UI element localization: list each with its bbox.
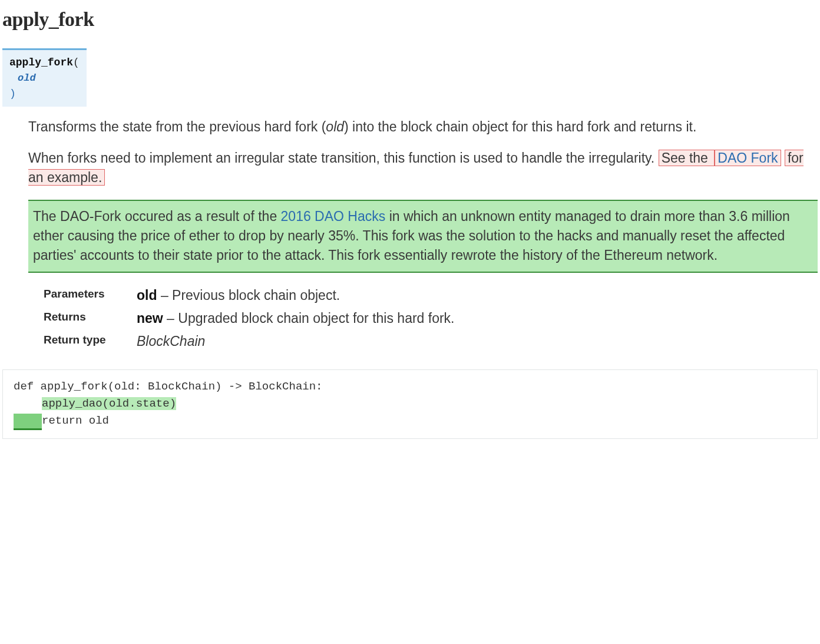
added-gutter-mark <box>14 414 42 430</box>
removed-link-dao-fork: DAO Fork <box>715 150 781 166</box>
param-name-old: old <box>137 288 157 303</box>
description-paragraph-2: When forks need to implement an irregula… <box>28 148 818 188</box>
added-paragraph: The DAO-Fork occured as a result of the … <box>28 200 818 273</box>
field-value-return-type: BlockChain <box>137 332 205 351</box>
field-row-return-type: Return type BlockChain <box>44 332 818 351</box>
dao-fork-link[interactable]: DAO Fork <box>718 150 778 166</box>
dao-hacks-link[interactable]: 2016 DAO Hacks <box>281 209 386 224</box>
page-title: apply_fork <box>2 8 818 31</box>
field-list: Parameters old – Previous block chain ob… <box>44 286 818 352</box>
code-line-2: apply_dao(old.state) <box>14 395 806 412</box>
para1-part-b: ) into the block chain object for this h… <box>344 119 696 134</box>
added-code-line: apply_dao(old.state) <box>42 397 176 410</box>
source-code-block: def apply_fork(old: BlockChain) -> Block… <box>2 369 818 439</box>
field-label-return-type: Return type <box>44 332 137 348</box>
field-value-returns: new – Upgraded block chain object for th… <box>137 309 455 328</box>
return-name-new: new <box>137 311 163 326</box>
param-desc-old: – Previous block chain object. <box>157 288 340 303</box>
doc-body: Transforms the state from the previous h… <box>28 117 818 352</box>
code-line-3: return old <box>14 412 806 430</box>
paren-close: ) <box>9 86 80 102</box>
description-paragraph-1: Transforms the state from the previous h… <box>28 117 818 137</box>
code-line-3-text: return old <box>42 414 109 427</box>
para2-part-a: When forks need to implement an irregula… <box>28 150 654 166</box>
return-type-name: BlockChain <box>137 333 205 349</box>
add-text-a: The DAO-Fork occured as a result of the <box>33 209 281 224</box>
term-old: old <box>326 119 344 134</box>
field-row-returns: Returns new – Upgraded block chain objec… <box>44 309 818 328</box>
paren-open: ( <box>73 57 80 68</box>
para1-part-a: Transforms the state from the previous h… <box>28 119 326 134</box>
signature-name: apply_fork <box>9 57 73 68</box>
field-value-parameters: old – Previous block chain object. <box>137 286 340 305</box>
field-row-parameters: Parameters old – Previous block chain ob… <box>44 286 818 305</box>
code-line-1: def apply_fork(old: BlockChain) -> Block… <box>14 378 806 395</box>
return-desc: – Upgraded block chain object for this h… <box>163 311 455 326</box>
function-signature: apply_fork( old ) <box>2 48 818 107</box>
field-label-parameters: Parameters <box>44 286 137 302</box>
signature-param-old: old <box>9 71 80 86</box>
field-label-returns: Returns <box>44 309 137 325</box>
removed-text-1: See the <box>659 150 715 166</box>
